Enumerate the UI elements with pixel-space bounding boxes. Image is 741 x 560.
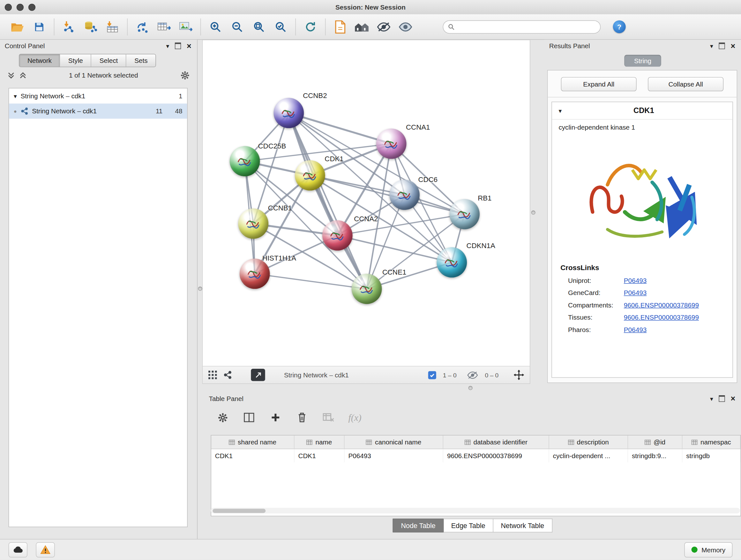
hide-graphics-details-button[interactable]: [373, 16, 394, 37]
network-node-ccnb1[interactable]: [238, 208, 268, 239]
import-network-file-button[interactable]: [58, 16, 80, 37]
tab-sets[interactable]: Sets: [126, 54, 156, 67]
column-header-description[interactable]: description: [549, 435, 628, 449]
network-node-hist1h1a[interactable]: [240, 259, 270, 289]
close-panel-icon[interactable]: ×: [187, 42, 192, 50]
collapse-panel-icon[interactable]: ▾: [710, 395, 713, 401]
delete-table-button-disabled[interactable]: [320, 410, 336, 424]
splitter-handle[interactable]: [468, 386, 473, 390]
splitter-handle[interactable]: [198, 287, 202, 291]
string-results-tab[interactable]: String: [624, 55, 661, 67]
expand-all-chevrons-icon[interactable]: [8, 71, 15, 78]
left-splitter[interactable]: [198, 40, 202, 539]
network-canvas[interactable]: CCNB2 CCNA1 CDC25B CDK1 CDC6 RB1 CCNB1 C…: [203, 40, 530, 366]
column-header-canonical-name[interactable]: canonical name: [345, 435, 444, 449]
export-table-button[interactable]: [153, 16, 175, 37]
tab-network[interactable]: Network: [19, 54, 60, 67]
collapse-panel-icon[interactable]: ▾: [166, 43, 170, 49]
import-network-database-button[interactable]: [80, 16, 102, 37]
network-node-cdkn1a[interactable]: [436, 247, 467, 277]
column-header-database-identifier[interactable]: database identifier: [443, 435, 549, 449]
tab-edge-table[interactable]: Edge Table: [444, 519, 493, 533]
create-column-button[interactable]: [267, 410, 283, 424]
import-table-file-button[interactable]: [102, 16, 123, 37]
export-image-button[interactable]: [175, 16, 197, 37]
new-network-button[interactable]: [131, 16, 153, 37]
delete-column-button[interactable]: [294, 410, 310, 424]
birdseye-houses-button[interactable]: [351, 16, 373, 37]
network-node-cdc6[interactable]: [389, 180, 420, 210]
tree-expand-icon[interactable]: ▾: [14, 93, 17, 99]
network-node-rb1[interactable]: [449, 199, 480, 229]
show-graphics-details-button[interactable]: [395, 16, 416, 37]
network-snapshot-button[interactable]: [329, 16, 351, 37]
selected-checkbox[interactable]: [428, 371, 436, 379]
tissues-link[interactable]: 9606.ENSP00000378699: [624, 314, 699, 321]
tab-node-table[interactable]: Node Table: [393, 519, 444, 533]
tab-network-table[interactable]: Network Table: [493, 519, 552, 533]
float-panel-icon[interactable]: [175, 43, 181, 49]
birdseye-toggle-button[interactable]: [251, 369, 265, 381]
float-panel-icon[interactable]: [719, 43, 725, 49]
share-network-icon[interactable]: [223, 371, 232, 379]
network-collection-row[interactable]: ▾ String Network – cdk1 1: [9, 88, 187, 104]
zoom-window-button[interactable]: [28, 3, 36, 10]
warnings-button[interactable]: [36, 542, 55, 557]
network-node-cdc25b[interactable]: [230, 146, 260, 177]
hidden-eye-slash-icon[interactable]: [467, 371, 478, 379]
table-header-row: shared name name canonical name database…: [211, 435, 741, 449]
column-header-name[interactable]: name: [294, 435, 345, 449]
network-node-ccna2[interactable]: [322, 220, 353, 251]
open-session-button[interactable]: [7, 16, 28, 37]
network-node-ccne1[interactable]: [352, 273, 382, 304]
uniprot-link[interactable]: P06493: [624, 276, 647, 284]
expand-all-button[interactable]: Expand All: [561, 77, 636, 91]
refresh-view-button[interactable]: [300, 16, 321, 37]
zoom-in-button[interactable]: [205, 16, 226, 37]
pharos-link[interactable]: P06493: [624, 326, 647, 333]
column-header-shared-name[interactable]: shared name: [211, 435, 294, 449]
help-button[interactable]: ?: [613, 20, 626, 33]
collapse-all-chevrons-icon[interactable]: [19, 71, 26, 78]
compartments-link[interactable]: 9606.ENSP00000378699: [624, 301, 699, 309]
close-window-button[interactable]: [5, 3, 12, 10]
table-horizontal-scrollbar[interactable]: [211, 508, 740, 513]
save-session-button[interactable]: [28, 16, 50, 37]
column-header-namespace[interactable]: namespac: [682, 435, 740, 449]
column-icon: [645, 439, 651, 444]
zoom-selected-button[interactable]: [270, 16, 292, 37]
right-splitter[interactable]: [530, 40, 544, 384]
collapse-all-button[interactable]: Collapse All: [648, 77, 724, 91]
column-header-id[interactable]: @id: [628, 435, 682, 449]
float-panel-icon[interactable]: [719, 395, 725, 402]
table-row[interactable]: CDK1 CDK1 P06493 9606.ENSP00000378699 cy…: [211, 449, 741, 462]
cloud-status-button[interactable]: [9, 542, 27, 557]
genecard-link[interactable]: P06493: [624, 289, 647, 297]
network-node-ccna1[interactable]: [376, 129, 407, 159]
network-node-cdk1[interactable]: [295, 160, 325, 191]
memory-button[interactable]: Memory: [684, 542, 732, 557]
network-node-ccnb2[interactable]: [273, 98, 304, 128]
houses-icon: [354, 21, 369, 33]
toolbar-separator: [295, 18, 296, 35]
close-panel-icon[interactable]: ×: [731, 395, 736, 402]
zoom-fit-button[interactable]: [248, 16, 270, 37]
pan-crosshair-icon[interactable]: [514, 370, 524, 380]
collapse-panel-icon[interactable]: ▾: [710, 43, 713, 49]
gear-icon[interactable]: [181, 71, 190, 79]
show-columns-button[interactable]: [241, 410, 257, 424]
table-gear-button[interactable]: [214, 410, 230, 424]
search-box[interactable]: [443, 20, 601, 33]
close-panel-icon[interactable]: ×: [731, 42, 736, 50]
splitter-handle[interactable]: [531, 210, 535, 214]
collapse-gene-icon[interactable]: ▾: [558, 108, 562, 114]
function-builder-button-disabled[interactable]: f(x): [347, 410, 363, 424]
tab-select[interactable]: Select: [91, 54, 126, 67]
search-input[interactable]: [457, 23, 595, 30]
grid-view-icon[interactable]: [208, 371, 217, 379]
tab-style[interactable]: Style: [60, 54, 91, 67]
minimize-window-button[interactable]: [17, 3, 23, 10]
network-row-selected[interactable]: ● String Network – cdk1 11 48: [9, 104, 187, 118]
zoom-out-button[interactable]: [226, 16, 248, 37]
scrollbar-thumb[interactable]: [212, 509, 266, 513]
